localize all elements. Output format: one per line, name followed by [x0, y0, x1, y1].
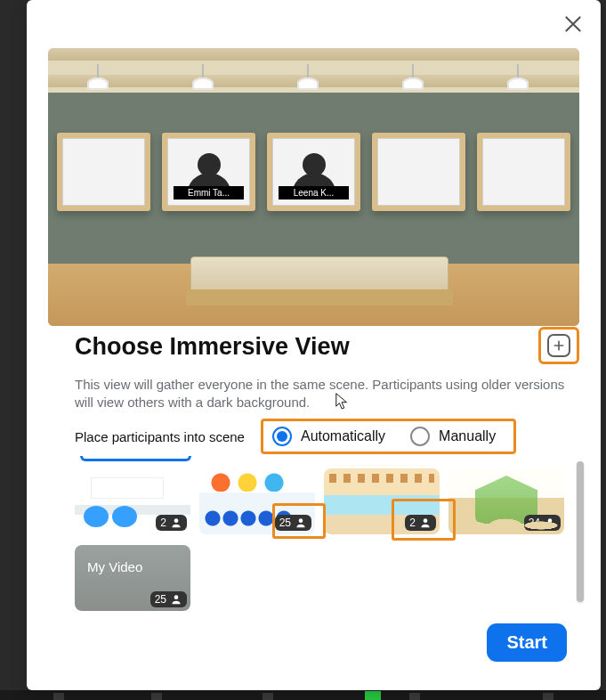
modal-description: This view will gather everyone in the sa… — [75, 376, 582, 412]
add-scene-button[interactable] — [547, 334, 570, 357]
person-icon — [544, 517, 556, 529]
participant-slot: Leena K... — [279, 144, 349, 199]
scene-thumbnail[interactable]: 24 — [448, 468, 564, 534]
capacity-badge: 25 — [275, 515, 311, 531]
svg-point-1 — [299, 518, 303, 523]
close-button[interactable] — [562, 12, 585, 36]
immersive-view-modal: Emmi Ta... Leena K... Choose Immersive V… — [27, 0, 601, 690]
close-icon — [562, 12, 585, 36]
selected-scene-indicator — [80, 456, 191, 461]
capacity-badge: 24 — [524, 515, 561, 531]
scene-preview: Emmi Ta... Leena K... — [48, 48, 579, 326]
radio-label: Manually — [439, 428, 496, 444]
radio-icon — [272, 427, 292, 446]
plus-icon — [552, 338, 566, 353]
svg-point-0 — [174, 518, 179, 523]
scene-thumbnail[interactable]: 2 — [75, 468, 190, 534]
modal-title: Choose Immersive View — [75, 333, 350, 361]
my-video-thumbnail[interactable]: My Video 25 — [75, 545, 190, 611]
placement-label: Place participants into scene — [75, 429, 245, 444]
scrollbar[interactable] — [576, 461, 585, 604]
person-icon — [170, 593, 182, 606]
person-icon — [419, 517, 432, 529]
scene-thumbnail[interactable]: 25 — [199, 468, 315, 534]
capacity-count: 2 — [160, 517, 166, 529]
capacity-count: 24 — [529, 517, 540, 529]
svg-point-2 — [424, 518, 428, 523]
app-toolbar-partial — [0, 690, 606, 700]
svg-point-4 — [174, 595, 179, 599]
scrollbar-handle[interactable] — [577, 461, 584, 602]
placement-options-highlight: Automatically Manually — [261, 419, 516, 454]
participant-name: Emmi Ta... — [174, 186, 244, 199]
capacity-badge: 2 — [405, 515, 436, 531]
add-scene-highlight — [538, 327, 579, 364]
radio-label: Automatically — [301, 428, 385, 444]
my-video-label: My Video — [87, 559, 142, 574]
scene-thumbnails: 2 25 2 24 — [75, 456, 584, 616]
radio-manually[interactable]: Manually — [410, 427, 496, 446]
radio-icon — [410, 427, 430, 446]
placement-row: Place participants into scene Automatica… — [75, 419, 516, 454]
capacity-badge: 25 — [150, 591, 187, 607]
participant-slot: Emmi Ta... — [174, 144, 244, 199]
radio-automatically[interactable]: Automatically — [272, 427, 385, 446]
start-button[interactable]: Start — [487, 623, 567, 662]
svg-point-3 — [548, 518, 553, 523]
capacity-count: 2 — [409, 517, 416, 529]
capacity-count: 25 — [155, 593, 166, 606]
scene-thumbnail[interactable]: 2 — [324, 468, 440, 534]
capacity-count: 25 — [279, 517, 291, 529]
person-icon — [170, 517, 182, 529]
participant-name: Leena K... — [279, 186, 349, 199]
capacity-badge: 2 — [156, 515, 187, 531]
person-icon — [295, 517, 307, 529]
